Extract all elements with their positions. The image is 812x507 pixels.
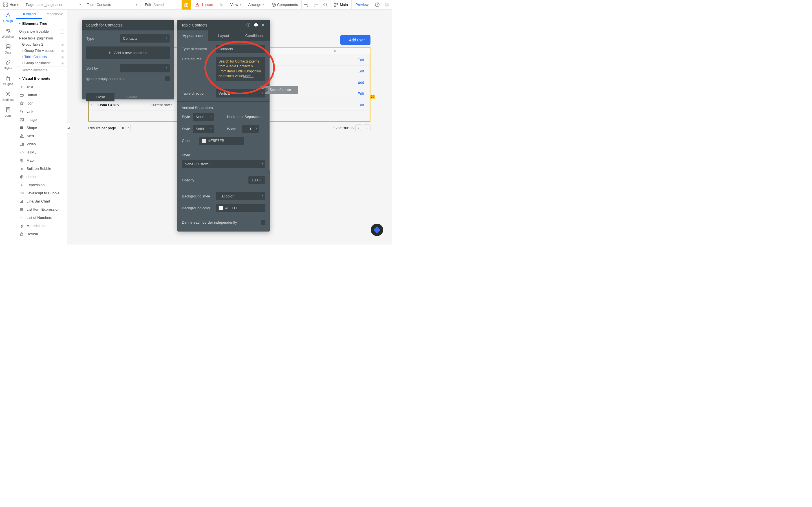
ve-link[interactable]: Link <box>16 107 67 115</box>
tab-appearance[interactable]: Appearance <box>177 31 208 41</box>
close-icon[interactable]: ✖ <box>260 22 266 28</box>
see-reference-tooltip[interactable]: ? See reference → <box>260 86 298 94</box>
info-icon[interactable]: ⓘ <box>246 22 251 28</box>
section-elements-tree[interactable]: Elements Tree <box>16 19 67 28</box>
edit-link[interactable]: Edit <box>342 58 370 62</box>
ve-js-bubble[interactable]: JSJavascript to Bubble <box>16 189 67 197</box>
tab-ui-builder[interactable]: UI Builder <box>16 10 42 19</box>
separator-color-input[interactable]: #E5E7EB <box>199 137 244 145</box>
more-link[interactable]: More... <box>243 74 253 78</box>
properties-panel[interactable]: Table Contacts ⓘ 💬 ✖ Appearance Layout C… <box>177 20 270 231</box>
bg-color-input[interactable]: #FFFFFF <box>216 204 265 212</box>
search-panel[interactable]: Search for Contactss Type Contacts ＋ Add… <box>82 20 174 100</box>
rail-logs[interactable]: Logs <box>0 104 16 120</box>
rail-design[interactable]: Design <box>0 10 16 25</box>
rail-plugins[interactable]: Plugins <box>0 73 16 89</box>
page-selector[interactable]: Page: table_pagination ▾ <box>23 0 84 9</box>
bg-style-dropdown[interactable]: Flat color <box>216 192 265 200</box>
eye-icon[interactable]: ◉ <box>61 55 64 59</box>
preview-button[interactable]: Preview <box>352 0 372 9</box>
rail-styles[interactable]: Styles <box>0 57 16 73</box>
border-indep-checkbox[interactable] <box>261 220 265 225</box>
opacity-input[interactable]: 100 % <box>248 176 265 184</box>
help-button[interactable] <box>372 0 382 9</box>
selector-arrow[interactable] <box>217 0 227 9</box>
type-dropdown[interactable]: Contacts <box>120 34 170 43</box>
add-constraint-button[interactable]: ＋ Add a new constraint <box>86 47 170 59</box>
element-selector[interactable]: Table Contacts ▾ <box>84 0 140 9</box>
tab-responsive[interactable]: Responsive <box>42 10 67 19</box>
ve-button[interactable]: Button <box>16 91 67 99</box>
account-button[interactable] <box>382 0 392 9</box>
ve-alert[interactable]: Alert <box>16 132 67 140</box>
tree-table-contacts[interactable]: +Table Contacts◉ <box>16 54 67 60</box>
ve-map[interactable]: Map <box>16 156 67 165</box>
edit-label[interactable]: Edit <box>145 3 151 7</box>
ve-list-expr[interactable]: List Item Expression <box>16 205 67 214</box>
sortby-dropdown[interactable] <box>120 64 170 72</box>
fab-button[interactable] <box>371 224 383 236</box>
view-menu[interactable]: View <box>227 0 245 9</box>
arrange-menu[interactable]: Arrange <box>245 0 268 9</box>
close-button[interactable]: Close <box>86 93 114 101</box>
rail-settings[interactable]: Settings <box>0 89 16 104</box>
search-panel-header[interactable]: Search for Contactss <box>82 20 174 31</box>
tab-conditional[interactable]: Conditional <box>239 31 270 41</box>
ve-expression[interactable]: +Expression <box>16 181 67 189</box>
gift-button[interactable] <box>182 0 191 10</box>
ve-chart[interactable]: Line/Bar Chart <box>16 197 67 205</box>
edit-link[interactable]: Edit <box>342 80 370 84</box>
prev-page[interactable]: ‹ <box>355 124 362 131</box>
table-direction-dropdown[interactable]: Vertical <box>216 89 265 98</box>
hsep-style-dropdown[interactable]: Solid <box>193 125 214 133</box>
tab-layout[interactable]: Layout <box>208 31 239 41</box>
section-visual-elements[interactable]: Visual Elements <box>16 74 67 83</box>
ve-detect[interactable]: detect <box>16 173 67 181</box>
ve-list-num[interactable]: ⋯List of Numbers <box>16 214 67 222</box>
undo-button[interactable] <box>302 0 311 9</box>
tree-group-table-2[interactable]: –Group Table 2◉ <box>16 41 67 48</box>
redo-button[interactable] <box>311 0 321 9</box>
ve-shape[interactable]: Shape <box>16 124 67 132</box>
search-button[interactable] <box>321 0 331 9</box>
search-elements[interactable] <box>16 66 67 74</box>
issues-button[interactable]: 1 issue <box>191 0 217 9</box>
next-page[interactable]: › <box>364 124 370 131</box>
data-source-expression[interactable]: Search for Contactss:items from #Table C… <box>216 57 265 81</box>
only-hideable-row[interactable]: Only show hideable <box>16 28 67 35</box>
tree-group-title-button[interactable]: +Group Title + button◉ <box>16 48 67 54</box>
comment-icon[interactable]: 💬 <box>253 22 259 28</box>
ignore-empty-checkbox[interactable] <box>165 76 170 81</box>
collapse-leftpanel[interactable]: ◀ <box>67 122 70 133</box>
ve-reveal[interactable]: Reveal <box>16 230 67 238</box>
delete-button[interactable]: Delete <box>118 93 146 101</box>
ve-text[interactable]: TText <box>16 83 67 91</box>
rpp-selector[interactable]: 10 <box>119 125 131 131</box>
ve-bubble[interactable]: bBuilt on Bubble <box>16 165 67 173</box>
checkbox[interactable] <box>60 30 64 34</box>
edit-link[interactable]: Edit <box>342 103 370 107</box>
ve-video[interactable]: Video <box>16 140 67 148</box>
home-button[interactable]: Home <box>0 0 23 9</box>
ve-material[interactable]: gMaterial Icon <box>16 222 67 230</box>
ve-image[interactable]: Image <box>16 115 67 124</box>
add-user-button[interactable]: + Add user <box>340 35 370 45</box>
scrollbar[interactable] <box>269 58 270 170</box>
vsep-style-dropdown[interactable]: None <box>193 113 214 121</box>
ve-icon[interactable]: Icon <box>16 99 67 107</box>
element-style-dropdown[interactable]: None (Custom) <box>182 160 265 168</box>
edit-link[interactable]: Edit <box>342 92 370 96</box>
props-panel-header[interactable]: Table Contacts ⓘ 💬 ✖ <box>177 20 270 31</box>
rail-data[interactable]: Data <box>0 41 16 57</box>
tree-group-pagination[interactable]: +Group pagination◉ <box>16 60 67 66</box>
branch-selector[interactable]: Main <box>331 0 352 9</box>
tree-page[interactable]: Page table_pagination <box>16 35 67 41</box>
width-input[interactable]: 1 <box>242 125 259 133</box>
rail-workflow[interactable]: Workflow <box>0 25 16 41</box>
components-button[interactable]: Components <box>268 0 302 9</box>
ve-html[interactable]: </>HTML <box>16 148 67 156</box>
type-content-dropdown[interactable]: Contacts <box>216 45 265 53</box>
eye-icon[interactable]: ◉ <box>61 49 64 53</box>
search-elements-input[interactable] <box>22 68 64 72</box>
eye-icon[interactable]: ◉ <box>61 61 64 65</box>
